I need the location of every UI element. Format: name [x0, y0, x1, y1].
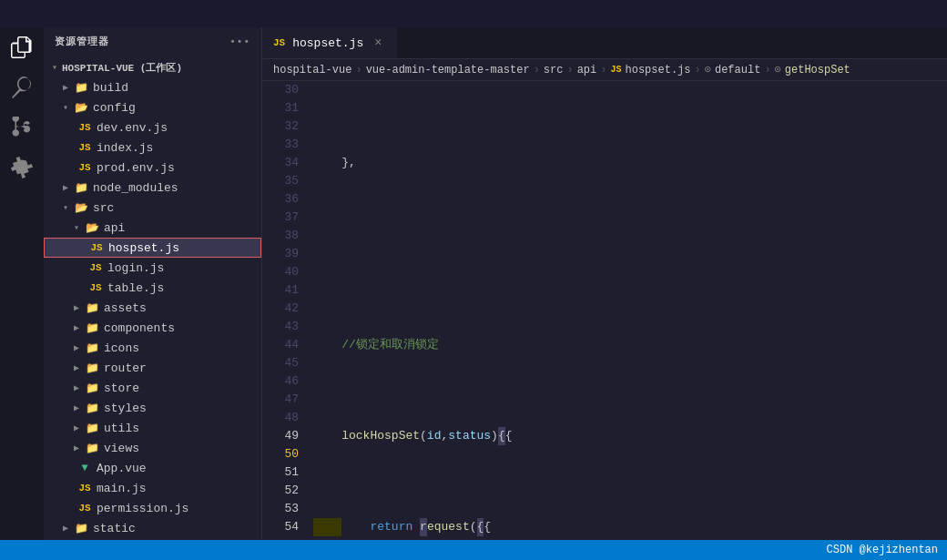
- sidebar-item-store[interactable]: ▶ 📁 store: [44, 378, 261, 398]
- breadcrumb-sep4: ›: [600, 64, 606, 76]
- hospset-label: hospset.js: [108, 241, 260, 255]
- code-editor[interactable]: 30 31 32 33 34 35 36 37 38 39 40 41 42 4…: [262, 81, 947, 540]
- sidebar-item-node-modules[interactable]: ▶ 📁 node_modules: [44, 178, 261, 198]
- sidebar-item-app-vue[interactable]: ▼ App.vue: [44, 458, 261, 478]
- ln-50: 50: [262, 445, 299, 463]
- ln-39: 39: [262, 245, 299, 263]
- sidebar-item-main-js[interactable]: JS main.js: [44, 478, 261, 498]
- search-icon[interactable]: [9, 75, 35, 100]
- ln-55: 55: [262, 536, 299, 540]
- workspace-root[interactable]: ▾ HOSPITAL-VUE (工作区): [44, 57, 261, 77]
- sidebar-item-api[interactable]: ▾ 📂 api: [44, 218, 261, 238]
- utils-icon: 📁: [84, 420, 100, 436]
- store-arrow: ▶: [69, 381, 84, 395]
- workspace-arrow: ▾: [47, 60, 62, 75]
- sidebar-item-dev-env[interactable]: JS dev.env.js: [44, 117, 261, 137]
- table-label: table.js: [107, 281, 261, 295]
- sidebar-item-permission[interactable]: JS permission.js: [44, 498, 261, 518]
- tab-hospset[interactable]: JS hospset.js ×: [262, 27, 397, 58]
- index-js-label: index.js: [97, 141, 261, 155]
- sidebar-item-table[interactable]: JS table.js: [44, 278, 261, 298]
- components-arrow: ▶: [69, 321, 84, 335]
- hospset-icon: JS: [88, 239, 105, 256]
- ln-40: 40: [262, 263, 299, 281]
- ln-34: 34: [262, 154, 299, 172]
- static-icon: 📁: [73, 520, 89, 536]
- extensions-icon[interactable]: [9, 155, 35, 180]
- code-line-31: [313, 245, 947, 263]
- code-line-30: },: [313, 154, 947, 172]
- status-bar: CSDN @kejizhentan: [0, 540, 947, 560]
- source-control-icon[interactable]: [9, 115, 35, 140]
- title-bar: [0, 0, 947, 27]
- code-line-33: lockHospSet(id,status){{: [313, 427, 947, 445]
- sidebar-item-index-js[interactable]: JS index.js: [44, 137, 261, 158]
- breadcrumb-api: api: [577, 64, 597, 76]
- build-label: build: [93, 81, 261, 95]
- router-icon: 📁: [84, 360, 100, 376]
- ln-38: 38: [262, 227, 299, 245]
- table-icon: JS: [87, 280, 104, 296]
- ln-54: 54: [262, 518, 299, 536]
- sidebar-item-hospset[interactable]: JS hospset.js: [44, 238, 261, 258]
- main-js-label: main.js: [97, 482, 261, 495]
- tab-close-button[interactable]: ×: [371, 36, 385, 50]
- sidebar-item-router[interactable]: ▶ 📁 router: [44, 358, 261, 378]
- sidebar-item-config[interactable]: ▾ 📂 config: [44, 97, 261, 117]
- ln-41: 41: [262, 281, 299, 300]
- assets-label: assets: [104, 301, 261, 315]
- icons-label: icons: [104, 341, 261, 355]
- sidebar-item-icons[interactable]: ▶ 📁 icons: [44, 338, 261, 358]
- breadcrumb-sep5: ›: [695, 64, 701, 76]
- src-arrow: ▾: [58, 200, 73, 215]
- sidebar-item-static[interactable]: ▶ 📁 static: [44, 518, 261, 538]
- sidebar-item-prod-env[interactable]: JS prod.env.js: [44, 158, 261, 178]
- breadcrumb-default: default: [715, 64, 760, 76]
- ln-35: 35: [262, 172, 299, 190]
- status-right: CSDN @kejizhentan: [827, 544, 938, 556]
- config-label: config: [93, 101, 261, 115]
- build-folder-icon: 📁: [73, 79, 89, 96]
- ln-44: 44: [262, 336, 299, 354]
- prod-env-label: prod.env.js: [97, 161, 261, 175]
- sidebar-item-utils[interactable]: ▶ 📁 utils: [44, 418, 261, 438]
- sidebar-item-build[interactable]: ▶ 📁 build: [44, 77, 261, 97]
- icons-arrow: ▶: [69, 341, 84, 355]
- static-label: static: [93, 522, 261, 535]
- line-numbers: 30 31 32 33 34 35 36 37 38 39 40 41 42 4…: [262, 81, 306, 540]
- components-label: components: [104, 321, 261, 335]
- assets-arrow: ▶: [69, 300, 84, 315]
- styles-icon: 📁: [84, 400, 100, 416]
- sidebar-item-styles[interactable]: ▶ 📁 styles: [44, 398, 261, 418]
- assets-icon: 📁: [84, 300, 100, 316]
- code-line-32: //锁定和取消锁定: [313, 336, 947, 354]
- breadcrumb: hospital-vue › vue-admin-template-master…: [262, 59, 947, 81]
- breadcrumb-hospital-vue: hospital-vue: [273, 64, 351, 76]
- activity-bar: [0, 27, 44, 540]
- tab-js-icon: JS: [273, 37, 285, 48]
- status-credit: CSDN @kejizhentan: [827, 544, 938, 556]
- more-icon[interactable]: •••: [229, 36, 250, 47]
- ln-49: 49: [262, 427, 299, 445]
- views-label: views: [104, 442, 261, 455]
- index-js-icon: JS: [76, 139, 93, 156]
- breadcrumb-getHospSet: getHospSet: [785, 64, 850, 76]
- dev-env-label: dev.env.js: [97, 121, 261, 135]
- node-modules-icon: 📁: [73, 179, 89, 196]
- breadcrumb-hospset: hospset.js: [626, 64, 691, 76]
- code-content: }, //锁定和取消锁定 lockHospSet(id,status){{ re…: [306, 81, 947, 540]
- components-icon: 📁: [84, 320, 100, 336]
- ln-37: 37: [262, 209, 299, 227]
- sidebar-item-components[interactable]: ▶ 📁 components: [44, 318, 261, 338]
- breadcrumb-symbol-default: ⊙: [705, 63, 711, 76]
- sidebar-item-src[interactable]: ▾ 📂 src: [44, 198, 261, 218]
- sidebar-item-login[interactable]: JS login.js: [44, 258, 261, 278]
- node-modules-arrow: ▶: [58, 180, 73, 195]
- sidebar-item-assets[interactable]: ▶ 📁 assets: [44, 298, 261, 318]
- sidebar-item-views[interactable]: ▶ 📁 views: [44, 438, 261, 458]
- login-icon: JS: [87, 260, 104, 276]
- api-label: api: [104, 221, 261, 235]
- static-arrow: ▶: [58, 521, 73, 535]
- explorer-icon[interactable]: [9, 35, 35, 60]
- src-folder-icon: 📂: [73, 199, 89, 216]
